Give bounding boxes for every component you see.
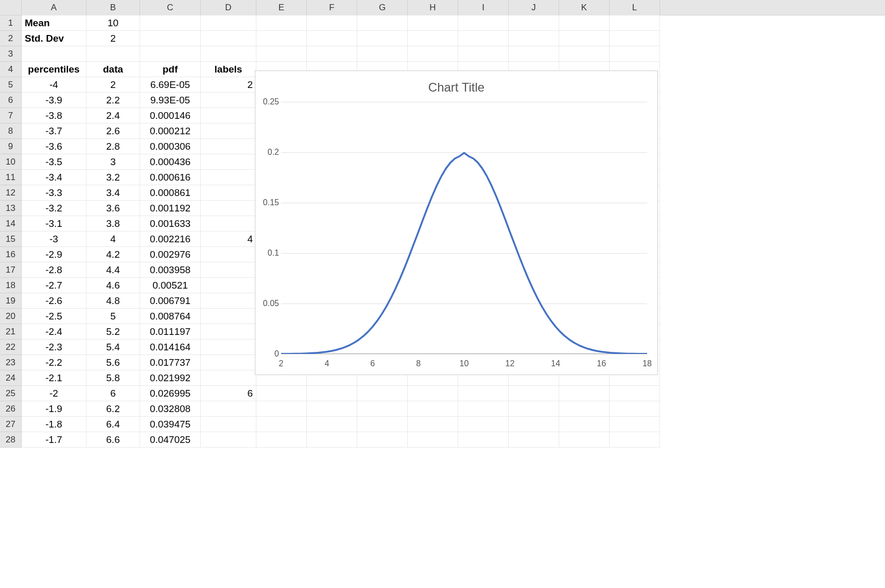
cell-b18[interactable]: 4.6 [86, 278, 140, 293]
cell-b10[interactable]: 3 [86, 154, 140, 170]
cell-a22[interactable]: -2.3 [22, 340, 86, 355]
cell-j3[interactable] [509, 46, 559, 62]
cell-c8[interactable]: 0.000212 [140, 123, 201, 139]
cell-d11[interactable] [201, 170, 256, 185]
cell-d13[interactable] [201, 201, 256, 216]
col-header-l[interactable]: L [610, 0, 660, 15]
cell-b14[interactable]: 3.8 [86, 216, 140, 231]
cell-d4[interactable]: labels [201, 62, 256, 77]
cell-c15[interactable]: 0.002216 [140, 231, 201, 247]
cell-c2[interactable] [140, 31, 201, 46]
cell-b26[interactable]: 6.2 [86, 401, 140, 417]
cell-i25[interactable] [458, 386, 509, 401]
cell-h27[interactable] [408, 417, 458, 432]
cell-i2[interactable] [458, 31, 509, 46]
cell-c3[interactable] [140, 46, 201, 62]
cell-g26[interactable] [357, 401, 408, 417]
cell-a9[interactable]: -3.6 [22, 139, 86, 154]
cell-f25[interactable] [307, 386, 357, 401]
cell-b13[interactable]: 3.6 [86, 201, 140, 216]
cell-b25[interactable]: 6 [86, 386, 140, 401]
cell-l25[interactable] [610, 386, 660, 401]
cell-c23[interactable]: 0.017737 [140, 355, 201, 370]
cell-a8[interactable]: -3.7 [22, 123, 86, 139]
cell-c12[interactable]: 0.000861 [140, 185, 201, 201]
row-header-7[interactable]: 7 [0, 108, 22, 123]
row-header-23[interactable]: 23 [0, 355, 22, 370]
cell-c25[interactable]: 0.026995 [140, 386, 201, 401]
cell-g27[interactable] [357, 417, 408, 432]
cell-k1[interactable] [559, 15, 610, 31]
cell-l3[interactable] [610, 46, 660, 62]
cell-k27[interactable] [559, 417, 610, 432]
cell-f3[interactable] [307, 46, 357, 62]
cell-a14[interactable]: -3.1 [22, 216, 86, 231]
cell-f1[interactable] [307, 15, 357, 31]
col-header-f[interactable]: F [307, 0, 357, 15]
cell-a10[interactable]: -3.5 [22, 154, 86, 170]
cell-c6[interactable]: 9.93E-05 [140, 93, 201, 108]
cell-c14[interactable]: 0.001633 [140, 216, 201, 231]
cell-c28[interactable]: 0.047025 [140, 432, 201, 448]
cell-g3[interactable] [357, 46, 408, 62]
cell-d1[interactable] [201, 15, 256, 31]
col-header-d[interactable]: D [201, 0, 256, 15]
cell-b16[interactable]: 4.2 [86, 247, 140, 262]
col-header-h[interactable]: H [408, 0, 458, 15]
cell-j26[interactable] [509, 401, 559, 417]
cell-d14[interactable] [201, 216, 256, 231]
cell-d17[interactable] [201, 262, 256, 278]
cell-c20[interactable]: 0.008764 [140, 309, 201, 324]
cell-g28[interactable] [357, 432, 408, 448]
cell-d22[interactable] [201, 340, 256, 355]
cell-c26[interactable]: 0.032808 [140, 401, 201, 417]
col-header-b[interactable]: B [86, 0, 140, 15]
cell-d19[interactable] [201, 293, 256, 309]
row-header-19[interactable]: 19 [0, 293, 22, 309]
cell-h26[interactable] [408, 401, 458, 417]
cell-b4[interactable]: data [86, 62, 140, 77]
cell-g2[interactable] [357, 31, 408, 46]
row-header-6[interactable]: 6 [0, 93, 22, 108]
cell-f27[interactable] [307, 417, 357, 432]
cell-i26[interactable] [458, 401, 509, 417]
cell-i3[interactable] [458, 46, 509, 62]
row-header-8[interactable]: 8 [0, 123, 22, 139]
cell-a5[interactable]: -4 [22, 77, 86, 93]
cell-d2[interactable] [201, 31, 256, 46]
cell-a4[interactable]: percentiles [22, 62, 86, 77]
cell-b1[interactable]: 10 [86, 15, 140, 31]
cell-k28[interactable] [559, 432, 610, 448]
cell-b19[interactable]: 4.8 [86, 293, 140, 309]
chart-object[interactable]: Chart Title 00.050.10.150.20.25246810121… [255, 70, 658, 375]
cell-a18[interactable]: -2.7 [22, 278, 86, 293]
cell-c16[interactable]: 0.002976 [140, 247, 201, 262]
cell-b24[interactable]: 5.8 [86, 370, 140, 386]
cell-c13[interactable]: 0.001192 [140, 201, 201, 216]
cell-c5[interactable]: 6.69E-05 [140, 77, 201, 93]
cell-a13[interactable]: -3.2 [22, 201, 86, 216]
cell-b2[interactable]: 2 [86, 31, 140, 46]
cell-k25[interactable] [559, 386, 610, 401]
cell-d6[interactable] [201, 93, 256, 108]
col-header-j[interactable]: J [509, 0, 559, 15]
cell-c18[interactable]: 0.00521 [140, 278, 201, 293]
cell-c24[interactable]: 0.021992 [140, 370, 201, 386]
row-header-17[interactable]: 17 [0, 262, 22, 278]
row-header-27[interactable]: 27 [0, 417, 22, 432]
cell-a16[interactable]: -2.9 [22, 247, 86, 262]
cell-k2[interactable] [559, 31, 610, 46]
cell-d26[interactable] [201, 401, 256, 417]
cell-d28[interactable] [201, 432, 256, 448]
row-header-16[interactable]: 16 [0, 247, 22, 262]
cell-h25[interactable] [408, 386, 458, 401]
cell-c9[interactable]: 0.000306 [140, 139, 201, 154]
col-header-k[interactable]: K [559, 0, 610, 15]
cell-h1[interactable] [408, 15, 458, 31]
row-header-14[interactable]: 14 [0, 216, 22, 231]
cell-d5[interactable]: 2 [201, 77, 256, 93]
cell-a17[interactable]: -2.8 [22, 262, 86, 278]
cell-c4[interactable]: pdf [140, 62, 201, 77]
col-header-e[interactable]: E [256, 0, 307, 15]
cell-a12[interactable]: -3.3 [22, 185, 86, 201]
